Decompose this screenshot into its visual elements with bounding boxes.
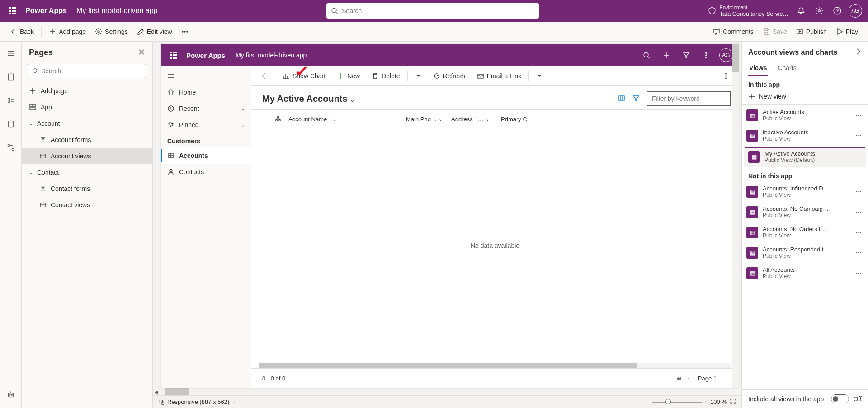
nav-accounts[interactable]: Accounts: [161, 147, 251, 164]
global-search-input[interactable]: [342, 7, 534, 14]
page-first-icon[interactable]: ⏮: [675, 375, 681, 382]
page-prev-icon[interactable]: ←: [687, 375, 693, 382]
nav-home[interactable]: Home: [161, 84, 251, 100]
settings-icon[interactable]: [810, 2, 828, 20]
edit-view-label: Edit view: [147, 28, 172, 35]
keyword-filter-input[interactable]: [647, 91, 731, 106]
view-more-button[interactable]: ⋯: [854, 209, 863, 216]
help-icon[interactable]: [828, 2, 846, 20]
view-row[interactable]: ▦ All AccountsPublic View ⋯: [742, 263, 868, 283]
view-more-button[interactable]: ⋯: [852, 153, 862, 161]
view-row-selected[interactable]: ▦ My Active AccountsPublic View (Default…: [744, 147, 866, 167]
zoom-in-button[interactable]: +: [704, 399, 708, 405]
view-row[interactable]: ▦ Inactive AccountsPublic View ⋯: [742, 125, 868, 146]
pages-search-input[interactable]: [41, 67, 142, 75]
view-more-button[interactable]: ⋯: [854, 132, 863, 139]
canvas-vertical-scrollbar[interactable]: [732, 44, 739, 388]
new-button[interactable]: New: [333, 70, 364, 82]
page-label: Contact forms: [51, 185, 90, 192]
pages-rail-icon[interactable]: [4, 70, 18, 84]
view-more-button[interactable]: ⋯: [854, 249, 863, 256]
view-more-button[interactable]: ⋯: [854, 112, 863, 119]
preview-hamburger[interactable]: [161, 68, 251, 84]
page-next-icon[interactable]: →: [722, 375, 728, 382]
page-item-account-views[interactable]: Account views: [22, 148, 152, 164]
add-page-item[interactable]: Add page: [22, 83, 152, 99]
view-row[interactable]: ▦ Accounts: No Orders i…Public View ⋯: [742, 222, 868, 242]
settings-button[interactable]: Settings: [90, 25, 132, 38]
bot-rail-icon[interactable]: [4, 387, 18, 402]
tab-views[interactable]: Views: [748, 61, 768, 76]
comments-button[interactable]: Comments: [708, 25, 758, 38]
page-item-contact-forms[interactable]: Contact forms: [22, 180, 152, 197]
include-views-toggle[interactable]: [831, 394, 849, 403]
email-split-button[interactable]: [532, 70, 547, 82]
publish-button[interactable]: Publish: [792, 25, 831, 38]
play-button[interactable]: Play: [831, 25, 863, 38]
back-button[interactable]: Back: [5, 25, 38, 38]
show-chart-button[interactable]: Show Chart: [278, 70, 330, 82]
delete-split-button[interactable]: [410, 70, 426, 82]
global-search[interactable]: [326, 3, 539, 19]
fit-button[interactable]: [730, 398, 736, 406]
data-rail-icon[interactable]: [4, 117, 18, 131]
email-link-button[interactable]: Email a Link: [472, 70, 526, 82]
view-row[interactable]: ▦ Accounts: No Campaig…Public View ⋯: [742, 202, 868, 222]
canvas-horizontal-scrollbar[interactable]: ◀: [153, 388, 741, 395]
nav-pinned[interactable]: Pinned⌄: [161, 117, 251, 133]
tab-charts[interactable]: Charts: [777, 61, 797, 76]
pages-search[interactable]: [28, 64, 146, 78]
preview-filter-icon[interactable]: [677, 46, 695, 64]
notifications-icon[interactable]: [792, 2, 810, 20]
page-item-contact[interactable]: ⌄ Contact: [22, 164, 152, 180]
zoom-out-button[interactable]: −: [646, 399, 649, 405]
new-view-button[interactable]: New view: [742, 90, 868, 104]
refresh-button[interactable]: Refresh: [429, 70, 470, 82]
preview-add-icon[interactable]: [657, 46, 675, 64]
col-main-phone[interactable]: Main Pho… ⌄: [406, 116, 451, 123]
svg-point-6: [187, 31, 188, 32]
svg-point-15: [33, 69, 37, 73]
view-more-button[interactable]: ⋯: [854, 229, 863, 236]
page-item-account-forms[interactable]: Account forms: [22, 132, 152, 148]
environment-picker[interactable]: Environment Tata Consultancy Servic…: [708, 5, 788, 18]
grid-horizontal-scrollbar[interactable]: [259, 363, 731, 368]
delete-button[interactable]: Delete: [367, 70, 404, 82]
view-row[interactable]: ▦ Accounts: Responded t…Public View ⋯: [742, 242, 868, 263]
add-page-button[interactable]: Add page: [44, 25, 90, 38]
preview-search-icon[interactable]: [637, 46, 656, 64]
col-primary[interactable]: Primary C: [501, 116, 527, 123]
app-icon: [29, 104, 36, 111]
responsive-indicator[interactable]: Responsive (887 x 562) ⌄: [158, 399, 236, 405]
filter-button[interactable]: [632, 95, 640, 103]
preview-more-icon[interactable]: [697, 46, 715, 64]
nav-recent[interactable]: Recent⌄: [161, 100, 251, 117]
page-item-account[interactable]: ⌄ Account: [22, 115, 152, 132]
preview-overflow[interactable]: [718, 70, 734, 82]
zoom-slider[interactable]: [652, 402, 702, 403]
col-account-name[interactable]: Account Name ↑ ⌄: [288, 116, 406, 123]
view-row[interactable]: ▦ Accounts: Influenced D…Public View ⋯: [742, 181, 868, 202]
view-more-button[interactable]: ⋯: [854, 270, 863, 277]
forward-button[interactable]: [854, 48, 862, 57]
edit-columns-button[interactable]: [618, 95, 625, 103]
app-launcher-icon[interactable]: [4, 2, 22, 20]
preview-app-launcher[interactable]: [165, 46, 183, 64]
publish-label: Publish: [806, 28, 827, 35]
automation-rail-icon[interactable]: [4, 140, 18, 155]
col-address1[interactable]: Address 1… ⌄: [451, 116, 501, 123]
view-more-button[interactable]: ⋯: [854, 188, 863, 195]
account-avatar[interactable]: AG: [846, 2, 864, 20]
close-panel-button[interactable]: [138, 48, 145, 57]
overflow-button[interactable]: [177, 25, 193, 38]
svg-rect-28: [169, 153, 173, 158]
tree-rail-icon[interactable]: [4, 93, 18, 108]
view-row[interactable]: ▦ Active AccountsPublic View ⋯: [742, 105, 868, 125]
edit-view-button[interactable]: Edit view: [132, 25, 177, 38]
page-item-contact-views[interactable]: Contact views: [22, 197, 152, 213]
hamburger-icon[interactable]: [4, 46, 18, 61]
svg-point-13: [9, 394, 10, 395]
view-selector[interactable]: My Active Accounts ⌄: [262, 94, 354, 104]
nav-contacts[interactable]: Contacts: [161, 164, 251, 180]
page-item-app[interactable]: App: [22, 99, 152, 115]
